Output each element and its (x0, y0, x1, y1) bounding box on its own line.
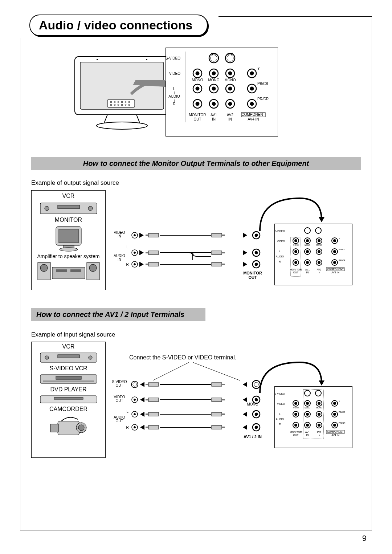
page-number: 9 (362, 534, 367, 543)
svg-rect-204 (148, 412, 159, 416)
svg-point-239 (306, 424, 309, 426)
svg-text:AV1: AV1 (211, 113, 217, 117)
svg-rect-210 (212, 425, 222, 429)
svg-rect-75 (56, 269, 67, 272)
svg-text:MONO: MONO (247, 402, 258, 406)
source-devices-out: VCR MONITOR Amplifier to speaker system (31, 190, 106, 290)
svg-text:COMPONENT: COMPONENT (327, 431, 344, 433)
svg-point-32 (228, 72, 232, 75)
svg-point-129 (318, 250, 320, 253)
svg-text:AUDIO: AUDIO (276, 255, 284, 258)
svg-text:OUT: OUT (293, 434, 299, 436)
svg-text:OUT: OUT (193, 117, 201, 121)
label-pb: PB/CB (257, 82, 268, 86)
title-container: Audio / video connections (19, 15, 219, 38)
svg-point-227 (334, 402, 336, 404)
label-svcr: S-VIDEO VCR (32, 365, 105, 372)
svg-point-28 (196, 72, 199, 75)
svg-text:MONO: MONO (305, 244, 310, 246)
svg-point-219 (315, 390, 321, 396)
svg-rect-101 (212, 251, 222, 254)
svg-text:IN: IN (318, 271, 320, 274)
svg-point-225 (318, 402, 320, 404)
svg-text:L: L (126, 410, 128, 414)
svg-point-243 (334, 424, 336, 426)
svg-text:MONO: MONO (316, 407, 322, 409)
svg-point-185 (134, 399, 136, 401)
svg-rect-103 (148, 262, 159, 266)
svg-rect-105 (212, 262, 222, 266)
label-amp: Amplifier to speaker system (32, 253, 105, 259)
amplifier-icon (36, 261, 101, 282)
svg-text:COMPONENT: COMPONENT (242, 113, 265, 117)
svg-rect-157 (58, 355, 79, 358)
svg-point-50 (250, 102, 254, 106)
terminal-panel-large: S-VIDEO VIDEO L AUDIO R Y PB/CB PR/CR MO… (166, 48, 278, 137)
label-cam: CAMCORDER (32, 406, 105, 412)
svg-rect-161 (56, 376, 81, 379)
svg-text:PB/CB: PB/CB (339, 411, 345, 413)
svg-point-69 (60, 248, 78, 251)
svg-text:IN: IN (306, 434, 309, 436)
svg-rect-208 (148, 425, 159, 429)
svg-text:OUT: OUT (115, 399, 123, 403)
svg-text:S-VIDEO: S-VIDEO (275, 392, 285, 395)
svg-rect-96 (146, 235, 148, 236)
svg-point-73 (89, 264, 97, 272)
svg-text:MONO: MONO (293, 244, 299, 246)
page-title: Audio / video connections (29, 15, 208, 36)
svg-point-16 (97, 59, 98, 60)
svg-text:R: R (126, 262, 128, 266)
label-dvd: DVD PLAYER (32, 386, 105, 393)
svg-text:L: L (126, 245, 128, 249)
svg-text:S-VIDEO: S-VIDEO (275, 230, 285, 232)
example-label-2: Example of input signal source (31, 331, 115, 338)
svg-text:OUT: OUT (248, 275, 257, 280)
svg-text:AV4 IN: AV4 IN (331, 271, 339, 274)
svg-point-44 (196, 102, 199, 106)
svg-text:R: R (279, 423, 281, 425)
svg-point-237 (295, 424, 297, 426)
svg-text:OUT: OUT (115, 419, 123, 423)
svg-point-48 (228, 102, 232, 106)
note-svideo: Connect the S-VIDEO or VIDEO terminal. (129, 354, 236, 361)
label-vcr: VCR (32, 193, 105, 199)
label-audio: AUDIO (168, 94, 180, 98)
svg-text:VIDEO: VIDEO (277, 403, 285, 405)
svg-rect-99 (148, 251, 159, 254)
label-y: Y (257, 66, 260, 70)
svg-text:MONO: MONO (208, 78, 219, 82)
svg-point-115 (315, 228, 321, 233)
svg-text:IN: IN (228, 117, 232, 121)
svg-point-15 (97, 122, 147, 129)
svg-rect-102 (222, 252, 225, 253)
svg-rect-203 (222, 399, 225, 400)
svg-text:MONO: MONO (305, 407, 310, 409)
svg-point-223 (306, 402, 309, 404)
svg-rect-106 (222, 264, 225, 265)
svg-text:PR/CR: PR/CR (339, 422, 346, 424)
svg-text:OUT: OUT (115, 383, 123, 387)
svg-point-241 (318, 424, 320, 426)
svg-point-137 (318, 261, 320, 264)
svg-rect-207 (222, 414, 225, 415)
svg-point-189 (134, 427, 136, 428)
svg-text:OUT: OUT (293, 271, 299, 274)
svg-point-64 (45, 206, 49, 211)
callout-arrow-icon (129, 80, 169, 97)
svg-point-121 (318, 240, 320, 242)
svg-text:MONITOR: MONITOR (290, 268, 302, 271)
svg-point-229 (295, 413, 297, 415)
svg-point-30 (212, 72, 216, 75)
svg-point-88 (134, 264, 136, 265)
svg-rect-211 (222, 427, 225, 428)
svg-point-17 (146, 59, 147, 60)
svg-rect-197 (146, 384, 148, 385)
svg-text:MONO: MONO (293, 407, 299, 409)
svg-point-181 (133, 383, 136, 386)
svg-text:MONITOR: MONITOR (290, 431, 302, 433)
svg-text:IN: IN (318, 434, 320, 436)
svg-point-92 (255, 251, 258, 254)
svg-point-233 (318, 413, 320, 415)
svg-point-65 (88, 206, 93, 211)
